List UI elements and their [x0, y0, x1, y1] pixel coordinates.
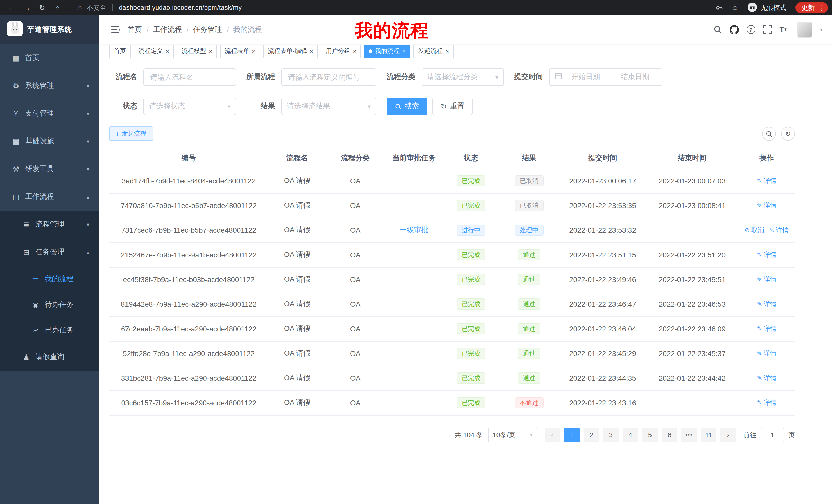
- avatar[interactable]: [797, 22, 812, 37]
- goto-page-input[interactable]: [760, 428, 784, 442]
- close-tab-icon[interactable]: ×: [209, 48, 212, 54]
- table-row: 2152467e-7b9b-11ec-9a1b-acde48001122OA 请…: [109, 243, 795, 267]
- category-select[interactable]: 请选择流程分类 ▾: [422, 68, 504, 86]
- page-button-5[interactable]: 5: [642, 428, 658, 442]
- submit-time-range-picker[interactable]: 开始日期 - 结束日期: [549, 68, 662, 86]
- table-row: 7470a810-7b9b-11ec-b5b7-acde48001122OA 请…: [109, 193, 795, 218]
- detail-action-link[interactable]: ✎详情: [757, 349, 777, 358]
- result-select[interactable]: 请选择流结果 ▾: [281, 97, 376, 115]
- current-task-link[interactable]: 一级审批: [399, 226, 428, 234]
- page-button-3[interactable]: 3: [603, 428, 619, 442]
- sidebar-toggle-icon[interactable]: [111, 26, 120, 33]
- bookmark-star-icon[interactable]: ☆: [731, 3, 738, 12]
- cell-process-id: 67c2eaab-7b9a-11ec-a290-acde48001122: [109, 316, 268, 341]
- prev-page-button[interactable]: ‹: [545, 428, 560, 442]
- sidebar-item-home[interactable]: ▦首页: [0, 44, 99, 72]
- sidebar-item-leave-query[interactable]: ♟请假查询: [0, 343, 99, 371]
- detail-action-link[interactable]: ✎详情: [757, 275, 777, 284]
- detail-action-link[interactable]: ✎详情: [757, 374, 777, 383]
- url-text[interactable]: dashboard.yudao.iocoder.cn/bpm/task/my: [119, 4, 242, 11]
- page-button-6[interactable]: 6: [662, 428, 677, 442]
- toggle-search-button[interactable]: [762, 127, 776, 141]
- close-tab-icon[interactable]: ×: [402, 48, 406, 54]
- help-icon[interactable]: ?: [746, 25, 755, 34]
- sidebar-item-payment-management[interactable]: ¥支付管理▾: [0, 100, 99, 128]
- tab-process-definition[interactable]: 流程定义×: [134, 45, 174, 58]
- close-tab-icon[interactable]: ×: [165, 48, 169, 54]
- home-icon[interactable]: ⌂: [50, 1, 65, 15]
- sidebar-item-workflow[interactable]: ◫工作流程▴: [0, 183, 99, 211]
- sidebar-item-task-management[interactable]: ⊟任务管理▴: [0, 239, 99, 266]
- process-name-input[interactable]: [144, 68, 236, 86]
- breadcrumb-item[interactable]: 首页: [128, 25, 142, 34]
- close-tab-icon[interactable]: ×: [353, 48, 356, 54]
- font-size-icon[interactable]: TT: [779, 25, 787, 34]
- menu-kebab-icon[interactable]: ⋮: [818, 4, 825, 11]
- address-bar[interactable]: ⚠ 不安全 dashboard.yudao.iocoder.cn/bpm/tas…: [77, 3, 711, 12]
- github-icon[interactable]: [729, 25, 739, 34]
- update-browser-button[interactable]: 更新 ⋮: [796, 2, 828, 13]
- action-label: 详情: [763, 251, 777, 259]
- sidebar-item-my-process[interactable]: ▭我的流程: [0, 266, 99, 292]
- tab-process-form-edit[interactable]: 流程表单-编辑×: [263, 45, 318, 58]
- sidebar-item-infrastructure[interactable]: ▤基础设施▾: [0, 128, 99, 155]
- cell-category: OA: [326, 169, 385, 193]
- sidebar-item-dev-tools[interactable]: ⚒研发工具▾: [0, 155, 99, 183]
- tab-home[interactable]: 首页: [109, 45, 131, 58]
- reset-button[interactable]: ↻ 重置: [433, 97, 472, 115]
- sidebar-item-system-management[interactable]: ⚙系统管理▾: [0, 72, 99, 100]
- page-size-select[interactable]: 10条/页 ▾: [488, 428, 537, 442]
- cell-result: 通过: [499, 316, 560, 341]
- close-tab-icon[interactable]: ×: [310, 48, 313, 54]
- cancel-action-link[interactable]: ⊘取消: [745, 226, 764, 235]
- tab-process-model[interactable]: 流程模型×: [177, 45, 217, 58]
- fullscreen-icon[interactable]: [763, 25, 772, 34]
- forward-icon[interactable]: →: [20, 1, 34, 15]
- back-icon[interactable]: ←: [4, 1, 19, 15]
- page-button-1[interactable]: 1: [564, 428, 579, 442]
- breadcrumb-item[interactable]: 我的流程: [233, 25, 262, 34]
- search-icon[interactable]: [713, 25, 722, 34]
- end-date-placeholder[interactable]: 结束日期: [614, 73, 657, 82]
- next-page-button[interactable]: ›: [721, 428, 736, 442]
- tab-user-group[interactable]: 用户分组×: [321, 45, 361, 58]
- start-date-placeholder[interactable]: 开始日期: [564, 73, 607, 82]
- status-tag: 已完成: [457, 323, 486, 334]
- breadcrumb-item[interactable]: 工作流程: [153, 25, 182, 34]
- table-row: 7317cec6-7b9b-11ec-b5b7-acde48001122OA 请…: [109, 218, 795, 243]
- process-definition-input[interactable]: [281, 68, 376, 86]
- chevron-down-icon[interactable]: ▾: [820, 27, 823, 32]
- detail-action-link[interactable]: ✎详情: [757, 325, 777, 333]
- search-button[interactable]: 搜索: [387, 97, 427, 115]
- refresh-table-button[interactable]: ↻: [781, 127, 795, 141]
- incognito-label: 无痕模式: [760, 3, 786, 12]
- page-button-11[interactable]: 11: [701, 428, 716, 442]
- tab-process-form[interactable]: 流程表单×: [220, 45, 260, 58]
- incognito-badge: 无痕模式: [748, 2, 786, 13]
- detail-action-link[interactable]: ✎详情: [757, 177, 777, 186]
- sidebar-item-process-management[interactable]: ≣流程管理▾: [0, 211, 99, 239]
- sidebar-item-done-tasks[interactable]: ✂已办任务: [0, 317, 99, 343]
- breadcrumb-item[interactable]: 任务管理: [193, 25, 222, 34]
- reload-icon[interactable]: ↻: [35, 1, 49, 15]
- page-button-2[interactable]: 2: [583, 428, 599, 442]
- close-tab-icon[interactable]: ×: [445, 48, 449, 54]
- detail-action-link[interactable]: ✎详情: [757, 251, 777, 259]
- status-select[interactable]: 请选择状态 ▾: [144, 97, 236, 115]
- app-logo[interactable]: 芋道管理系统: [0, 16, 99, 44]
- address-separator: [112, 4, 113, 11]
- close-tab-icon[interactable]: ×: [252, 48, 256, 54]
- detail-action-link[interactable]: ✎详情: [757, 399, 777, 408]
- detail-action-link[interactable]: ✎详情: [757, 300, 777, 309]
- detail-action-link[interactable]: ✎详情: [769, 226, 789, 235]
- page-button-4[interactable]: 4: [623, 428, 638, 442]
- tab-my-process[interactable]: 我的流程×: [364, 45, 410, 58]
- detail-action-link[interactable]: ✎详情: [757, 201, 777, 210]
- sidebar-item-todo-tasks[interactable]: ◉待办任务: [0, 292, 99, 317]
- tab-start-process[interactable]: 发起流程×: [413, 45, 453, 58]
- security-warning-icon[interactable]: ⚠: [77, 4, 83, 11]
- action-label: 详情: [776, 226, 789, 235]
- create-process-button[interactable]: + 发起流程: [109, 127, 153, 141]
- key-icon[interactable]: [712, 1, 726, 15]
- more-pages-button[interactable]: •••: [681, 428, 697, 442]
